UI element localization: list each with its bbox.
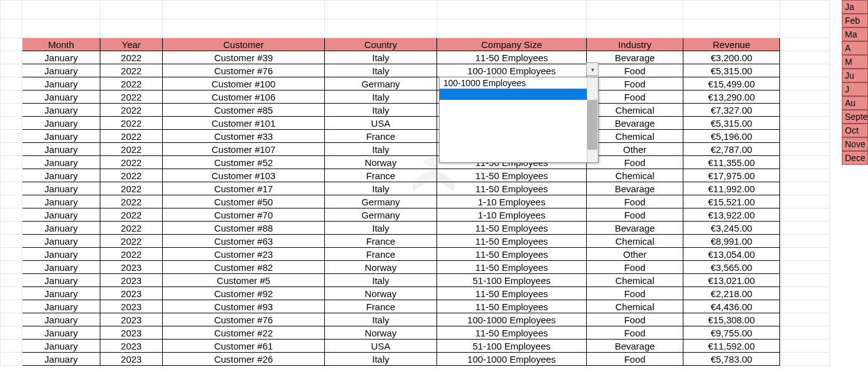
data-validation-dropdown-list[interactable]: 100-1000 Employees — [439, 77, 599, 163]
cell-industry[interactable]: Food — [587, 313, 683, 326]
cell-size[interactable]: 100-1000 Employees — [437, 64, 587, 77]
cell-customer[interactable]: Customer #93 — [163, 300, 325, 313]
gutter-cell[interactable] — [1, 143, 22, 156]
cell-month[interactable]: January — [22, 130, 100, 143]
cell-customer[interactable]: Customer #101 — [163, 117, 325, 130]
spreadsheet-grid[interactable]: Month Year Customer Country Company Size… — [0, 0, 830, 366]
cell-customer[interactable]: Customer #5 — [163, 274, 325, 287]
cell-year[interactable]: 2022 — [100, 64, 163, 77]
cell-revenue[interactable]: €15,308.00 — [683, 313, 780, 326]
cell-month[interactable]: January — [22, 261, 100, 274]
empty-cell[interactable] — [780, 169, 830, 182]
cell-month[interactable]: January — [22, 274, 100, 287]
cell-month[interactable]: January — [22, 287, 100, 300]
cell-month[interactable]: January — [22, 91, 100, 104]
cell-revenue[interactable]: €11,355.00 — [683, 156, 780, 169]
cell-customer[interactable]: Customer #106 — [163, 91, 325, 104]
col-header-revenue[interactable]: Revenue — [683, 38, 780, 51]
dropdown-option-selected[interactable] — [440, 89, 598, 100]
slicer-item[interactable]: Nove — [842, 137, 868, 151]
cell-industry[interactable]: Bevarage — [587, 182, 683, 195]
cell-customer[interactable]: Customer #70 — [163, 208, 325, 222]
gutter-cell[interactable] — [1, 51, 22, 64]
cell-year[interactable]: 2022 — [100, 195, 163, 208]
cell-year[interactable]: 2023 — [100, 313, 163, 326]
slicer-item[interactable]: Oct — [842, 124, 868, 137]
cell-industry[interactable]: Chemical — [587, 104, 683, 117]
cell-country[interactable]: Germany — [325, 208, 437, 222]
cell-year[interactable]: 2022 — [100, 91, 163, 104]
empty-cell[interactable] — [780, 326, 830, 340]
empty-cell[interactable] — [780, 300, 830, 313]
empty-cell[interactable] — [437, 1, 587, 19]
cell-size[interactable]: 100-1000 Employees — [437, 313, 587, 326]
cell-country[interactable]: Norway — [325, 287, 437, 300]
cell-customer[interactable]: Customer #50 — [163, 195, 325, 208]
empty-cell[interactable] — [780, 313, 830, 326]
cell-country[interactable]: USA — [325, 340, 437, 353]
cell-customer[interactable]: Customer #92 — [163, 287, 325, 300]
cell-size[interactable]: 1-10 Employees — [437, 208, 587, 222]
slicer-item[interactable]: Au — [842, 96, 868, 110]
cell-year[interactable]: 2023 — [100, 261, 163, 274]
empty-cell[interactable] — [780, 19, 830, 38]
cell-month[interactable]: January — [22, 77, 100, 91]
cell-size[interactable]: 11-50 Employees — [437, 222, 587, 235]
cell-revenue[interactable]: €5,315.00 — [683, 64, 780, 77]
cell-year[interactable]: 2022 — [100, 77, 163, 91]
slicer-item[interactable]: Ma — [842, 27, 868, 41]
cell-industry[interactable]: Food — [587, 208, 683, 222]
empty-cell[interactable] — [587, 1, 683, 19]
cell-month[interactable]: January — [22, 64, 100, 77]
empty-cell[interactable] — [780, 130, 830, 143]
cell-industry[interactable]: Food — [587, 64, 683, 77]
gutter-cell[interactable] — [1, 235, 22, 248]
cell-country[interactable]: Norway — [325, 156, 437, 169]
cell-country[interactable]: Italy — [325, 91, 437, 104]
col-header-customer[interactable]: Customer — [163, 38, 325, 51]
slicer-item[interactable]: Septe — [842, 110, 868, 124]
cell-industry[interactable]: Food — [587, 195, 683, 208]
cell-revenue[interactable]: €4,436.00 — [683, 300, 780, 313]
empty-cell[interactable] — [780, 104, 830, 117]
gutter-cell[interactable] — [1, 248, 22, 261]
cell-country[interactable]: Germany — [325, 195, 437, 208]
cell-industry[interactable]: Chemical — [587, 169, 683, 182]
cell-country[interactable]: France — [325, 248, 437, 261]
cell-month[interactable]: January — [22, 340, 100, 353]
cell-industry[interactable]: Bevarage — [587, 51, 683, 64]
gutter-cell[interactable] — [1, 300, 22, 313]
slicer-item[interactable]: A — [842, 41, 868, 55]
empty-cell[interactable] — [780, 38, 830, 51]
dropdown-option[interactable]: 100-1000 Employees — [440, 77, 598, 89]
slicer-item[interactable]: Dece — [842, 151, 868, 165]
cell-year[interactable]: 2022 — [100, 130, 163, 143]
gutter-cell[interactable] — [1, 182, 22, 195]
empty-cell[interactable] — [780, 353, 830, 366]
cell-country[interactable]: USA — [325, 117, 437, 130]
cell-customer[interactable]: Customer #26 — [163, 353, 325, 366]
empty-cell[interactable] — [683, 19, 780, 38]
cell-revenue[interactable]: €13,290.00 — [683, 91, 780, 104]
gutter-cell[interactable] — [1, 104, 22, 117]
cell-industry[interactable]: Bevarage — [587, 340, 683, 353]
empty-cell[interactable] — [22, 1, 100, 19]
gutter-cell[interactable] — [1, 77, 22, 91]
slicer-item[interactable]: Ja — [842, 0, 868, 14]
cell-customer[interactable]: Customer #85 — [163, 104, 325, 117]
col-header-industry[interactable]: Industry — [587, 38, 683, 51]
gutter-cell[interactable] — [1, 156, 22, 169]
cell-country[interactable]: Norway — [325, 261, 437, 274]
col-header-year[interactable]: Year — [100, 38, 163, 51]
dropdown-scroll-thumb[interactable] — [587, 100, 597, 150]
cell-month[interactable]: January — [22, 195, 100, 208]
cell-country[interactable]: Italy — [325, 143, 437, 156]
empty-cell[interactable] — [683, 1, 780, 19]
cell-revenue[interactable]: €7,327.00 — [683, 104, 780, 117]
cell-size[interactable]: 51-100 Employees — [437, 274, 587, 287]
cell-year[interactable]: 2023 — [100, 274, 163, 287]
cell-revenue[interactable]: €13,021.00 — [683, 274, 780, 287]
cell-size[interactable]: 11-50 Employees — [437, 287, 587, 300]
empty-cell[interactable] — [780, 117, 830, 130]
cell-industry[interactable]: Other — [587, 248, 683, 261]
